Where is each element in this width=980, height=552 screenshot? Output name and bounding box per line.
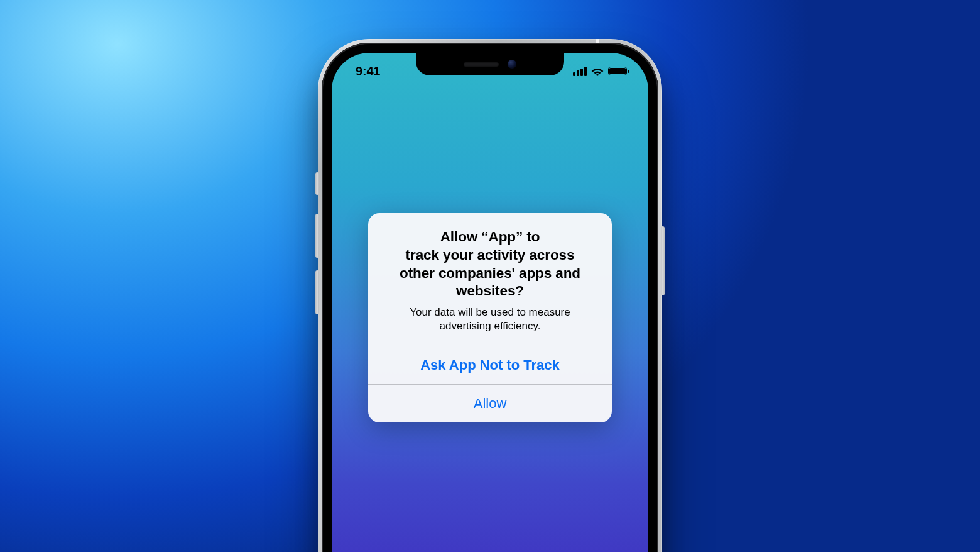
ask-not-to-track-button[interactable]: Ask App Not to Track <box>368 346 612 384</box>
volume-up-button <box>315 214 319 258</box>
power-button <box>661 226 665 295</box>
status-time: 9:41 <box>356 63 431 79</box>
svg-point-0 <box>596 74 598 75</box>
tracking-permission-alert: Allow “App” to track your activity acros… <box>368 213 612 422</box>
battery-icon <box>608 67 629 75</box>
alert-title: Allow “App” to track your activity acros… <box>386 228 594 301</box>
device-bezel: 9:41 <box>322 43 658 552</box>
alert-body: Allow “App” to track your activity acros… <box>368 213 612 346</box>
volume-down-button <box>315 270 319 314</box>
status-bar: 9:41 <box>332 53 648 84</box>
allow-button[interactable]: Allow <box>368 385 612 422</box>
cellular-signal-icon <box>573 67 587 76</box>
iphone-device-frame: 9:41 <box>318 39 662 552</box>
antenna-band <box>596 39 599 43</box>
alert-message: Your data will be used to measure advert… <box>396 306 584 333</box>
status-indicators <box>554 65 629 76</box>
mute-switch <box>315 172 319 195</box>
device-screen: 9:41 <box>332 53 648 552</box>
wifi-icon <box>591 67 604 76</box>
